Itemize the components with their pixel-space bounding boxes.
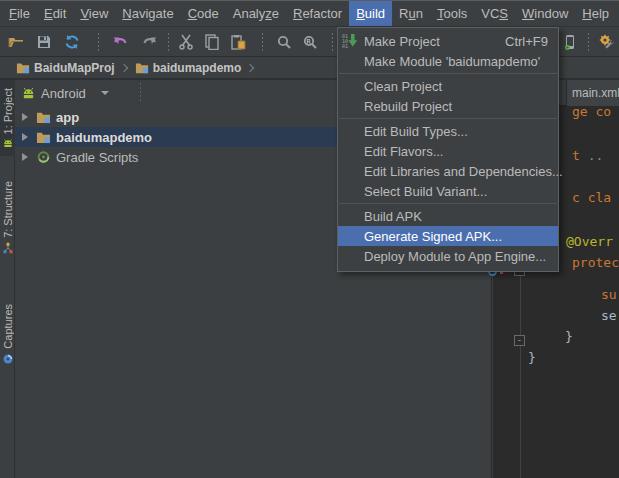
menu-build[interactable]: Build	[349, 1, 392, 26]
expand-arrow-icon[interactable]	[22, 153, 28, 161]
android-icon	[2, 138, 14, 150]
menu-analyze[interactable]: Analyze	[226, 1, 286, 26]
menu-item-edit-build-types[interactable]: Edit Build Types...	[338, 121, 558, 141]
menu-item-build-apk[interactable]: Build APK	[338, 206, 558, 226]
menu-item-edit-libraries[interactable]: Edit Libraries and Dependencies...	[338, 161, 558, 181]
cut-icon[interactable]	[178, 34, 194, 50]
menu-item-deploy-app-engine[interactable]: Deploy Module to App Engine...	[338, 246, 558, 266]
menu-vcs[interactable]: VCS	[474, 1, 515, 26]
menu-edit[interactable]: Edit	[37, 1, 73, 26]
svg-text:01: 01	[342, 43, 348, 49]
menu-item-select-build-variant[interactable]: Select Build Variant...	[338, 181, 558, 201]
build-menu-popup: 011001 Make Project Ctrl+F9 Make Module …	[337, 27, 559, 272]
breadcrumb-module[interactable]: baidumapdemo	[135, 61, 242, 75]
android-icon	[21, 86, 36, 101]
module-folder-icon	[36, 130, 51, 144]
header-separator	[140, 83, 141, 103]
chevron-right-icon	[246, 63, 254, 71]
tool-tab-captures[interactable]: Captures	[0, 298, 15, 371]
toolbar-separator	[262, 33, 263, 51]
menu-item-make-project[interactable]: 011001 Make Project Ctrl+F9	[338, 31, 558, 51]
code-line: t ..	[572, 148, 603, 163]
code-line: se	[601, 308, 617, 323]
menu-item-edit-flavors[interactable]: Edit Flavors...	[338, 141, 558, 161]
code-line: c cla	[572, 190, 611, 205]
breadcrumb-label: baidumapdemo	[153, 61, 242, 75]
save-icon[interactable]	[36, 34, 52, 50]
menu-window[interactable]: Window	[515, 1, 575, 26]
menu-run[interactable]: Run	[392, 1, 430, 26]
menu-navigate[interactable]: Navigate	[115, 1, 180, 26]
code-line: @Overr	[566, 234, 613, 249]
chevron-right-icon	[119, 63, 127, 71]
tool-tab-project[interactable]: 1: Project	[0, 80, 15, 156]
captures-icon	[2, 353, 14, 365]
editor-tab-main-xml[interactable]: main.xml	[566, 80, 619, 106]
find-icon[interactable]	[276, 34, 292, 50]
undo-icon[interactable]	[112, 34, 128, 50]
paste-icon[interactable]	[230, 34, 246, 50]
module-folder-icon	[36, 110, 51, 124]
menu-item-clean-project[interactable]: Clean Project	[338, 76, 558, 96]
menu-refactor[interactable]: Refactor	[286, 1, 349, 26]
code-line: }	[528, 350, 536, 365]
structure-icon	[2, 242, 14, 254]
menu-view[interactable]: View	[73, 1, 115, 26]
menu-code[interactable]: Code	[181, 1, 226, 26]
tool-tab-structure[interactable]: 7: Structure	[0, 175, 15, 260]
menu-separator	[339, 73, 557, 74]
gradle-icon	[36, 150, 51, 164]
project-view-selector[interactable]: Android	[21, 86, 109, 101]
code-line: ge co	[572, 104, 611, 119]
menu-shortcut: Ctrl+F9	[505, 34, 548, 49]
menu-separator	[339, 203, 557, 204]
expand-arrow-icon[interactable]	[22, 113, 28, 121]
menu-bar: File Edit View Navigate Code Analyze Ref…	[0, 0, 619, 27]
avd-manager-icon[interactable]	[562, 34, 578, 50]
toolbar-separator	[332, 33, 333, 51]
ide-window: { "menubar": { "items": [ {"pre":"", "mn…	[0, 0, 619, 478]
toolbar-separator	[98, 33, 99, 51]
toolbar-separator	[588, 33, 589, 51]
redo-icon[interactable]	[142, 34, 158, 50]
chevron-down-icon	[101, 91, 109, 95]
synchronize-icon[interactable]	[64, 34, 80, 50]
menu-file[interactable]: File	[2, 1, 37, 26]
module-folder-icon	[16, 61, 30, 74]
code-line: protec	[572, 255, 619, 270]
open-folder-icon[interactable]	[8, 34, 24, 50]
copy-icon[interactable]	[204, 34, 220, 50]
module-folder-icon	[135, 61, 149, 74]
menu-item-make-module[interactable]: Make Module 'baidumapdemo'	[338, 51, 558, 71]
menu-help[interactable]: Help	[575, 1, 616, 26]
replace-icon[interactable]: R	[302, 34, 318, 50]
compile-icon: 011001	[342, 33, 364, 49]
left-tool-stripe: 1: Project 7: Structure Captures	[0, 80, 15, 478]
code-line: }	[565, 329, 573, 344]
code-line: su	[601, 287, 617, 302]
fold-marker-icon[interactable]: -	[514, 335, 525, 346]
toolbar-separator	[168, 33, 169, 51]
breadcrumb-label: BaiduMapProj	[34, 61, 115, 75]
expand-arrow-icon[interactable]	[22, 133, 28, 141]
menu-tools[interactable]: Tools	[430, 1, 474, 26]
breadcrumb-project[interactable]: BaiduMapProj	[16, 61, 115, 75]
menu-item-generate-signed-apk[interactable]: Generate Signed APK...	[338, 226, 558, 246]
editor-tab-label: main.xml	[572, 86, 619, 100]
menu-separator	[339, 118, 557, 119]
view-selector-label: Android	[41, 86, 86, 101]
menu-item-rebuild-project[interactable]: Rebuild Project	[338, 96, 558, 116]
sdk-manager-icon[interactable]	[598, 34, 614, 50]
